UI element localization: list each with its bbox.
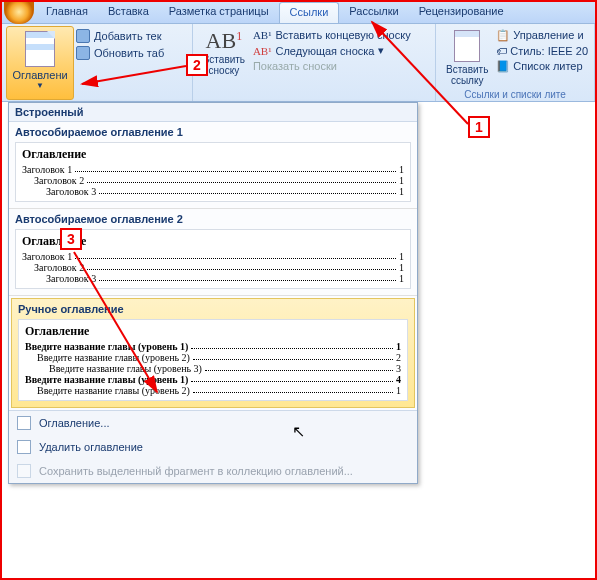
preset-title: Автособираемое оглавление 1	[15, 126, 411, 138]
toc-label: Оглавлени	[7, 69, 73, 81]
manage-label: Управление и	[513, 29, 583, 41]
preset-title: Автособираемое оглавление 2	[15, 213, 411, 225]
tab-review[interactable]: Рецензирование	[409, 2, 514, 23]
tab-insert[interactable]: Вставка	[98, 2, 159, 23]
citation-icon	[454, 30, 480, 62]
next-footnote-label: Следующая сноска	[275, 45, 374, 57]
tab-mailings[interactable]: Рассылки	[339, 2, 408, 23]
update-table-button[interactable]: Обновить таб	[76, 46, 164, 60]
toc-preview: Оглавление Введите название главы (урове…	[18, 319, 408, 401]
insert-citation-button[interactable]: Вставить ссылку	[440, 26, 494, 86]
style-label: Стиль:	[510, 45, 544, 57]
toc-page: 1	[399, 164, 404, 175]
toc-page: 1	[399, 262, 404, 273]
toc-entry: Заголовок 1	[22, 164, 72, 175]
save-icon	[17, 464, 31, 478]
toc-page: 1	[396, 385, 401, 396]
next-footnote-button[interactable]: AB¹Следующая сноска ▾	[253, 44, 411, 57]
toc-entry: Заголовок 3	[46, 186, 96, 197]
toc-page: 4	[396, 374, 401, 385]
toc-entry: Введите название главы (уровень 1)	[25, 341, 188, 352]
tab-layout[interactable]: Разметка страницы	[159, 2, 279, 23]
insert-endnote-button[interactable]: AB¹Вставить концевую сноску	[253, 29, 411, 41]
office-button[interactable]	[4, 2, 34, 24]
custom-toc-button[interactable]: Оглавление...	[9, 411, 417, 435]
group-citations: Вставить ссылку 📋 Управление и 🏷 Стиль: …	[436, 24, 595, 101]
toc-page: 1	[399, 175, 404, 186]
manage-sources-button[interactable]: 📋 Управление и	[496, 29, 588, 42]
tab-references[interactable]: Ссылки	[279, 2, 340, 23]
endnote-label: Вставить концевую сноску	[275, 29, 410, 41]
preset-auto-1[interactable]: Автособираемое оглавление 1 Оглавление З…	[9, 122, 417, 209]
dd-footer: Оглавление... Удалить оглавление Сохрани…	[9, 410, 417, 483]
toc-button[interactable]: Оглавлени ▼	[6, 26, 74, 100]
group-caption: Ссылки и списки лите	[436, 89, 594, 100]
show-footnotes-button[interactable]: Показать сноски	[253, 60, 411, 72]
custom-toc-label: Оглавление...	[39, 417, 110, 429]
toc-page: 2	[396, 352, 401, 363]
toc-page: 1	[396, 341, 401, 352]
delete-icon	[17, 440, 31, 454]
citation-label1: Вставить	[440, 64, 494, 75]
remove-toc-button[interactable]: Удалить оглавление	[9, 435, 417, 459]
marker-3: 3	[60, 228, 82, 250]
toc-page: 1	[399, 273, 404, 284]
tab-home[interactable]: Главная	[36, 2, 98, 23]
toc-entry: Заголовок 3	[46, 273, 96, 284]
plus-icon	[76, 29, 90, 43]
endnote-icon: AB¹	[253, 29, 272, 41]
bibliography-button[interactable]: 📘 Список литер	[496, 60, 588, 73]
toc-entry: Заголовок 2	[34, 262, 84, 273]
refresh-icon	[76, 46, 90, 60]
group-toc: Оглавлени ▼ Добавить тек Обновить таб	[2, 24, 193, 101]
toc-entry: Введите название главы (уровень 1)	[25, 374, 188, 385]
next-footnote-icon: AB¹	[253, 45, 272, 57]
add-text-button[interactable]: Добавить тек	[76, 29, 164, 43]
style-value: IEEE 20	[548, 45, 588, 57]
toc-preview: Оглавление Заголовок 11 Заголовок 21 Заг…	[15, 142, 411, 202]
toc-heading: Оглавление	[25, 324, 401, 339]
update-label: Обновить таб	[94, 47, 164, 59]
chevron-down-icon: ▼	[7, 81, 73, 90]
dd-section-builtin: Встроенный	[9, 103, 417, 122]
doc-icon	[17, 416, 31, 430]
style-selector[interactable]: 🏷 Стиль: IEEE 20	[496, 45, 588, 57]
toc-entry: Заголовок 2	[34, 175, 84, 186]
toc-entry: Введите название главы (уровень 3)	[49, 363, 202, 374]
doc-icon	[25, 31, 55, 67]
preset-auto-2[interactable]: Автособираемое оглавление 2 Оглавление З…	[9, 209, 417, 296]
toc-page: 1	[399, 186, 404, 197]
toc-entry: Введите название главы (уровень 2)	[37, 352, 190, 363]
toc-gallery-dropdown: Встроенный Автособираемое оглавление 1 О…	[8, 102, 418, 484]
remove-toc-label: Удалить оглавление	[39, 441, 143, 453]
preset-manual[interactable]: Ручное оглавление Оглавление Введите наз…	[11, 298, 415, 408]
ribbon-tabs: Главная Вставка Разметка страницы Ссылки…	[2, 2, 595, 24]
toc-heading: Оглавление	[22, 147, 404, 162]
toc-entry: Заголовок 1	[22, 251, 72, 262]
marker-1: 1	[468, 116, 490, 138]
toc-page: 1	[399, 251, 404, 262]
toc-entry: Введите название главы (уровень 2)	[37, 385, 190, 396]
biblio-label: Список литер	[513, 60, 582, 72]
marker-2: 2	[186, 54, 208, 76]
ribbon: Оглавлени ▼ Добавить тек Обновить таб AB…	[2, 24, 595, 102]
save-toc-label: Сохранить выделенный фрагмент в коллекци…	[39, 465, 353, 477]
add-text-label: Добавить тек	[94, 30, 162, 42]
preset-title: Ручное оглавление	[18, 303, 408, 315]
toc-page: 3	[396, 363, 401, 374]
group-footnotes: AB1 Вставить сноску AB¹Вставить концевую…	[193, 24, 436, 101]
footnote-icon: AB1	[197, 28, 251, 54]
show-footnotes-label: Показать сноски	[253, 60, 337, 72]
save-toc-button: Сохранить выделенный фрагмент в коллекци…	[9, 459, 417, 483]
citation-label2: ссылку	[440, 75, 494, 86]
